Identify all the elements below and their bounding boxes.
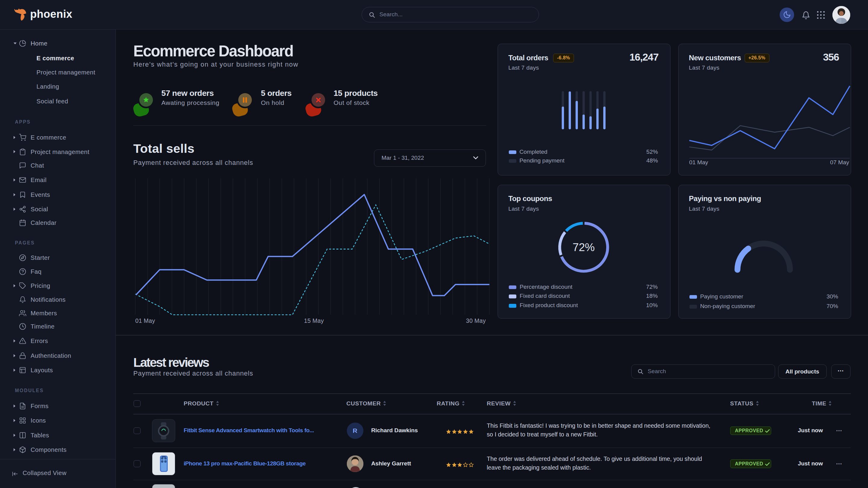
svg-text:72%: 72% [572,241,595,254]
